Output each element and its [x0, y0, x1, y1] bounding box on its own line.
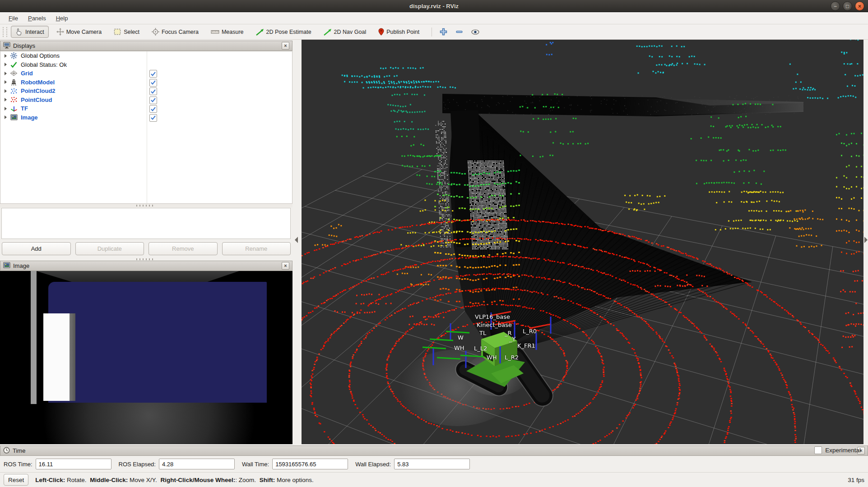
menubar: FilePanelsHelp — [0, 12, 868, 24]
close-icon[interactable]: × — [282, 42, 289, 50]
toolbar-drag-handle[interactable] — [3, 27, 7, 37]
check-icon — [10, 61, 18, 68]
3d-viewport[interactable] — [302, 40, 863, 444]
expander-arrow-icon[interactable] — [5, 115, 7, 119]
nav-goal-arrow-icon — [324, 28, 332, 36]
display-row-image[interactable]: Image — [0, 113, 292, 122]
tool-select[interactable]: Select — [109, 26, 144, 38]
displays-panel-title: Displays — [13, 42, 35, 49]
enabled-checkbox[interactable] — [149, 96, 157, 104]
expander-arrow-icon[interactable] — [5, 54, 7, 58]
eye-icon — [471, 29, 479, 35]
wall-time-input[interactable]: 1593165576.65 — [272, 459, 348, 469]
fps-counter: 31 fps — [848, 477, 864, 483]
maximize-button[interactable]: □ — [843, 1, 852, 11]
displays-icon — [3, 42, 10, 50]
ros-elapsed-input[interactable]: 4.28 — [159, 459, 235, 469]
grid-icon — [10, 70, 18, 77]
titlebar[interactable]: display.rviz - RViz −□× — [0, 0, 868, 12]
left-splitter-gutter[interactable] — [292, 40, 302, 444]
tool-2d-nav-goal[interactable]: 2D Nav Goal — [319, 26, 371, 38]
image-panel-icon — [3, 262, 10, 270]
displays-panel: Displays × Global OptionsGlobal Status: … — [0, 41, 292, 261]
time-panel-titlebar[interactable]: Time × — [0, 446, 868, 456]
publish-point-icon — [378, 28, 384, 36]
menu-help[interactable]: Help — [51, 14, 73, 23]
duplicate-button: Duplicate — [75, 242, 144, 255]
clock-icon — [3, 447, 10, 455]
pointcloud-icon — [10, 96, 18, 103]
display-row-global-status-ok[interactable]: Global Status: Ok — [0, 60, 292, 69]
image-panel: Image × — [0, 261, 292, 444]
display-row-robotmodel[interactable]: RobotModel — [0, 78, 292, 87]
displays-splitter[interactable] — [0, 204, 292, 207]
display-row-global-options[interactable]: Global Options — [0, 51, 292, 60]
expander-arrow-icon[interactable] — [5, 63, 7, 66]
tool-focus-camera[interactable]: Focus Camera — [147, 26, 203, 38]
plus-tool-button[interactable] — [436, 26, 450, 38]
statusbar: Reset Left-Click: Rotate. Middle-Click: … — [0, 472, 868, 487]
enabled-checkbox[interactable] — [149, 70, 157, 78]
expander-arrow-icon[interactable] — [5, 80, 7, 84]
focus-camera-icon — [152, 28, 159, 36]
menu-panels[interactable]: Panels — [23, 14, 51, 23]
wall-elapsed-input[interactable]: 5.83 — [394, 459, 470, 469]
pose-estimate-arrow-icon — [256, 28, 264, 36]
tool-measure[interactable]: Measure — [206, 27, 248, 37]
expander-arrow-icon[interactable] — [5, 89, 7, 93]
enabled-checkbox[interactable] — [149, 79, 157, 87]
display-description-box — [1, 208, 291, 239]
tool-publish-point[interactable]: Publish Point — [374, 26, 424, 38]
enabled-checkbox[interactable] — [149, 114, 157, 122]
reset-button[interactable]: Reset — [4, 474, 28, 486]
experimental-label: Experimental — [825, 447, 861, 454]
eye-tool-button[interactable] — [468, 27, 483, 37]
image-panel-titlebar[interactable]: Image × — [0, 261, 292, 271]
displays-buttons-row: AddDuplicateRemoveRename — [0, 242, 292, 257]
tool-move-camera[interactable]: Move Camera — [52, 26, 107, 38]
experimental-option[interactable]: Experimental — [814, 446, 861, 454]
displays-tree[interactable]: Global OptionsGlobal Status: OkGridRobot… — [0, 51, 292, 204]
mouse-help-text: Left-Click: Rotate. Middle-Click: Move X… — [33, 477, 313, 483]
image-box-shadow-edge — [69, 313, 75, 401]
pointcloud2-icon — [10, 87, 18, 94]
tool-interact[interactable]: Interact — [11, 26, 49, 38]
wall-elapsed-label: Wall Elapsed: — [355, 461, 391, 468]
select-icon — [114, 28, 121, 36]
gear-icon — [10, 52, 18, 59]
expander-arrow-icon[interactable] — [5, 98, 7, 101]
ros-time-label: ROS Time: — [4, 461, 32, 468]
enabled-checkbox[interactable] — [149, 87, 157, 95]
enabled-checkbox[interactable] — [149, 105, 157, 113]
rename-button: Rename — [222, 242, 291, 255]
time-panel: Time × ROS Time:16.11ROS Elapsed:4.28Wal… — [0, 444, 868, 472]
expander-arrow-icon[interactable] — [5, 72, 7, 75]
menu-file[interactable]: File — [4, 14, 23, 23]
ros-elapsed-label: ROS Elapsed: — [119, 461, 156, 468]
collapse-right-arrow-icon[interactable] — [864, 237, 868, 243]
close-button[interactable]: × — [855, 1, 864, 11]
display-row-grid[interactable]: Grid — [0, 69, 292, 78]
tool-2d-pose-estimate[interactable]: 2D Pose Estimate — [251, 26, 316, 38]
experimental-checkbox[interactable] — [814, 446, 822, 454]
minus-icon — [455, 28, 463, 36]
plus-icon — [440, 28, 447, 36]
displays-panel-titlebar[interactable]: Displays × — [0, 41, 292, 51]
interact-icon — [15, 28, 23, 36]
expander-arrow-icon[interactable] — [5, 107, 7, 110]
ros-time-input[interactable]: 16.11 — [36, 459, 111, 469]
move-camera-icon — [56, 28, 64, 36]
time-panel-title: Time — [13, 447, 25, 454]
display-row-pointcloud2[interactable]: PointCloud2 — [0, 87, 292, 96]
add-button[interactable]: Add — [2, 242, 71, 255]
display-row-tf[interactable]: TF — [0, 104, 292, 113]
collapse-left-arrow-icon[interactable] — [295, 237, 298, 243]
minus-tool-button[interactable] — [452, 26, 466, 38]
image-blue-wall — [48, 282, 267, 403]
remove-button: Remove — [149, 242, 218, 255]
display-row-pointcloud[interactable]: PointCloud — [0, 96, 292, 105]
right-splitter-gutter[interactable] — [863, 40, 868, 444]
toolbar: InteractMove CameraSelectFocus CameraMea… — [0, 24, 868, 40]
minimize-button[interactable]: − — [831, 1, 840, 11]
close-icon[interactable]: × — [282, 262, 289, 270]
